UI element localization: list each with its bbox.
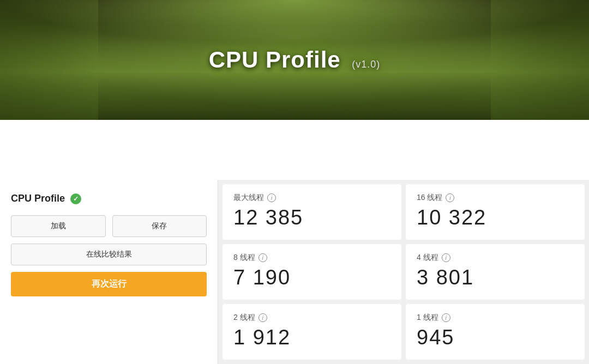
hero-banner: CPU Profile (v1.0)	[0, 0, 589, 120]
benchmark-card-2thread: 2 线程 i 1 912	[223, 304, 401, 360]
card-label-text-2: 2 线程	[233, 313, 255, 323]
info-icon-4[interactable]: i	[442, 253, 450, 262]
status-badge: ✓	[70, 193, 81, 204]
sparkles	[0, 0, 589, 44]
main-content: CPU Profile ✓ 加载 保存 在线比较结果 再次运行 最大线程 i 1…	[0, 180, 589, 364]
card-label-text-max: 最大线程	[233, 193, 264, 203]
benchmark-card-8thread: 8 线程 i 7 190	[223, 244, 401, 300]
hero-title-container: CPU Profile (v1.0)	[209, 47, 381, 73]
card-label-text-4: 4 线程	[417, 253, 438, 263]
card-label-4thread: 4 线程 i	[417, 253, 574, 263]
info-icon-2[interactable]: i	[259, 313, 267, 322]
card-label-16thread: 16 线程 i	[417, 193, 574, 203]
benchmark-card-1thread: 1 线程 i 945	[406, 304, 585, 360]
cpu-profile-header: CPU Profile ✓	[11, 193, 207, 204]
card-label-8thread: 8 线程 i	[233, 253, 390, 263]
load-button[interactable]: 加载	[11, 215, 106, 237]
info-icon-16[interactable]: i	[446, 193, 454, 202]
cpu-profile-label: CPU Profile	[11, 193, 65, 204]
card-value-4: 3 801	[417, 266, 574, 289]
card-value-max: 12 385	[233, 206, 390, 229]
card-label-text-8: 8 线程	[233, 253, 255, 263]
hero-title: CPU Profile (v1.0)	[209, 47, 381, 72]
hero-version: (v1.0)	[352, 59, 380, 70]
card-value-2: 1 912	[233, 326, 390, 349]
card-label-text-1: 1 线程	[417, 313, 438, 323]
card-value-1: 945	[417, 326, 574, 349]
compare-button[interactable]: 在线比较结果	[11, 244, 207, 265]
hero-title-text: CPU Profile	[209, 47, 341, 72]
save-button[interactable]: 保存	[112, 215, 207, 237]
benchmark-card-max-thread: 最大线程 i 12 385	[223, 184, 401, 240]
info-icon-8[interactable]: i	[259, 253, 267, 262]
spacer-area	[0, 120, 589, 180]
right-panel: 最大线程 i 12 385 16 线程 i 10 322 8 线程 i 7 19…	[218, 180, 589, 364]
card-label-2thread: 2 线程 i	[233, 313, 390, 323]
benchmark-card-16thread: 16 线程 i 10 322	[406, 184, 585, 240]
card-label-text-16: 16 线程	[417, 193, 442, 203]
load-save-row: 加载 保存	[11, 215, 207, 237]
card-label-1thread: 1 线程 i	[417, 313, 574, 323]
left-panel: CPU Profile ✓ 加载 保存 在线比较结果 再次运行	[0, 180, 218, 364]
card-value-8: 7 190	[233, 266, 390, 289]
info-icon-1[interactable]: i	[442, 313, 450, 322]
run-again-button[interactable]: 再次运行	[11, 272, 207, 296]
info-icon-max[interactable]: i	[267, 193, 276, 202]
card-label-max-thread: 最大线程 i	[233, 193, 390, 203]
card-value-16: 10 322	[417, 206, 574, 229]
benchmark-card-4thread: 4 线程 i 3 801	[406, 244, 585, 300]
